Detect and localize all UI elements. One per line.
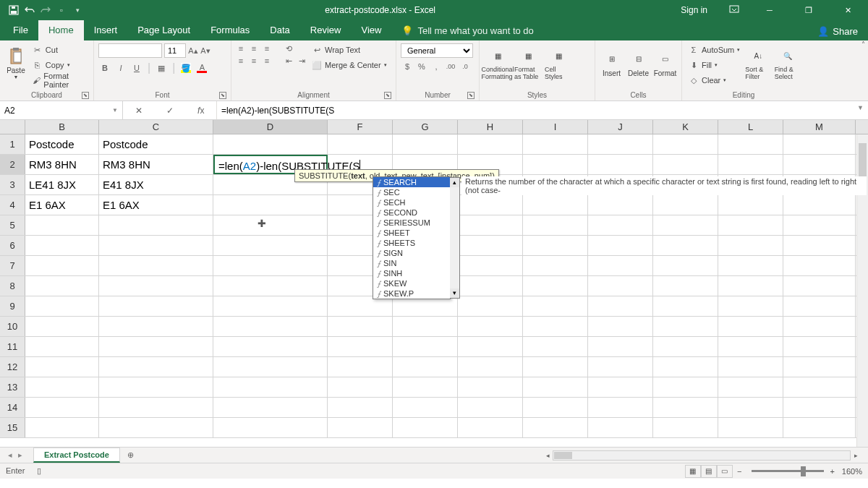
cell-M8[interactable] bbox=[783, 276, 856, 296]
percent-format-icon[interactable]: % bbox=[417, 61, 427, 72]
ribbon-display-options[interactable] bbox=[723, 2, 745, 19]
cell-I12[interactable] bbox=[523, 357, 588, 377]
row-header-12[interactable]: 12 bbox=[0, 357, 25, 377]
tell-me-search[interactable]: 💡 Tell me what you want to do bbox=[391, 21, 543, 40]
cell-G1[interactable] bbox=[393, 134, 458, 154]
cell-I8[interactable] bbox=[523, 276, 588, 296]
cell-C3[interactable]: E41 8JX bbox=[99, 175, 213, 194]
cell-C12[interactable] bbox=[99, 357, 213, 377]
cell-H6[interactable] bbox=[458, 236, 523, 255]
tab-view[interactable]: View bbox=[351, 20, 391, 40]
align-right-icon[interactable]: ≡ bbox=[262, 56, 272, 66]
decrease-font-icon[interactable]: A▾ bbox=[200, 46, 210, 56]
bold-button[interactable]: B bbox=[100, 63, 110, 73]
page-layout-view-button[interactable]: ▤ bbox=[701, 465, 717, 478]
cell-C2[interactable]: RM3 8HN bbox=[99, 155, 213, 174]
merge-center-button[interactable]: ⬜Merge & Center ▾ bbox=[310, 59, 389, 72]
cell-C11[interactable] bbox=[99, 337, 213, 356]
tab-review[interactable]: Review bbox=[300, 20, 352, 40]
cell-G15[interactable] bbox=[393, 418, 458, 437]
autocomplete-scrollbar[interactable]: ▴ ▾ bbox=[450, 177, 460, 299]
cell-B13[interactable] bbox=[25, 377, 99, 397]
cell-C10[interactable] bbox=[99, 317, 213, 336]
cell-D1[interactable] bbox=[213, 134, 328, 154]
sheet-nav-first[interactable]: ◂ bbox=[6, 450, 14, 460]
column-header-H[interactable]: H bbox=[458, 120, 523, 134]
autocomplete-item-skew[interactable]: ⨍SKEW bbox=[373, 278, 450, 288]
cell-M9[interactable] bbox=[783, 296, 856, 316]
tab-home[interactable]: Home bbox=[38, 20, 84, 40]
format-painter-button[interactable]: 🖌Format Painter bbox=[30, 74, 89, 87]
tab-file[interactable]: File bbox=[3, 20, 38, 40]
cancel-formula-button[interactable]: ✕ bbox=[131, 103, 147, 118]
row-header-6[interactable]: 6 bbox=[0, 236, 25, 255]
cell-D12[interactable] bbox=[213, 357, 328, 377]
cell-H13[interactable] bbox=[458, 377, 523, 397]
cell-G12[interactable] bbox=[393, 357, 458, 377]
restore-button[interactable]: ❐ bbox=[794, 0, 823, 20]
number-format-selector[interactable]: General bbox=[401, 43, 473, 58]
cell-C8[interactable] bbox=[99, 276, 213, 296]
row-header-8[interactable]: 8 bbox=[0, 276, 25, 296]
cell-F10[interactable] bbox=[328, 317, 393, 336]
cell-B15[interactable] bbox=[25, 418, 99, 437]
cell-D11[interactable] bbox=[213, 337, 328, 356]
align-left-icon[interactable]: ≡ bbox=[236, 56, 246, 66]
tab-data[interactable]: Data bbox=[260, 20, 299, 40]
cell-I9[interactable] bbox=[523, 296, 588, 316]
cell-M10[interactable] bbox=[783, 317, 856, 336]
cell-J4[interactable] bbox=[588, 195, 653, 215]
row-header-11[interactable]: 11 bbox=[0, 337, 25, 356]
row-header-5[interactable]: 5 bbox=[0, 215, 25, 235]
zoom-out-button[interactable]: − bbox=[737, 467, 741, 476]
touch-mode-button[interactable]: ▫ bbox=[54, 0, 69, 20]
cell-D6[interactable] bbox=[213, 236, 328, 255]
cell-J1[interactable] bbox=[588, 134, 653, 154]
cell-I4[interactable] bbox=[523, 195, 588, 215]
cell-D14[interactable] bbox=[213, 398, 328, 417]
align-bottom-icon[interactable]: ≡ bbox=[262, 43, 272, 53]
cell-styles-button[interactable]: ▦Cell Styles bbox=[545, 42, 572, 85]
cell-B12[interactable] bbox=[25, 357, 99, 377]
cell-J6[interactable] bbox=[588, 236, 653, 255]
chevron-down-icon[interactable]: ▼ bbox=[112, 107, 118, 114]
enter-formula-button[interactable]: ✓ bbox=[162, 103, 178, 118]
cell-G14[interactable] bbox=[393, 398, 458, 417]
comma-format-icon[interactable]: , bbox=[431, 61, 441, 72]
conditional-formatting-button[interactable]: ▦Conditional Formatting bbox=[484, 42, 511, 85]
cell-B2[interactable]: RM3 8HN bbox=[25, 155, 99, 174]
cell-L15[interactable] bbox=[718, 418, 783, 437]
underline-button[interactable]: U bbox=[132, 63, 142, 73]
zoom-in-button[interactable]: + bbox=[830, 467, 834, 476]
alignment-launcher[interactable]: ⬊ bbox=[384, 92, 391, 99]
cell-J11[interactable] bbox=[588, 337, 653, 356]
autocomplete-item-sheets[interactable]: ⨍SHEETS bbox=[373, 238, 450, 248]
cell-D4[interactable] bbox=[213, 195, 328, 215]
row-header-1[interactable]: 1 bbox=[0, 134, 25, 154]
autocomplete-item-sign[interactable]: ⨍SIGN bbox=[373, 248, 450, 258]
cell-K4[interactable] bbox=[653, 195, 718, 215]
cell-D10[interactable] bbox=[213, 317, 328, 336]
cell-K8[interactable] bbox=[653, 276, 718, 296]
cell-K12[interactable] bbox=[653, 357, 718, 377]
cell-I14[interactable] bbox=[523, 398, 588, 417]
increase-indent-icon[interactable]: ⇥ bbox=[297, 56, 307, 66]
cell-H9[interactable] bbox=[458, 296, 523, 316]
cell-M2[interactable] bbox=[783, 155, 856, 174]
tab-insert[interactable]: Insert bbox=[84, 20, 128, 40]
delete-cells-button[interactable]: ⊟Delete bbox=[626, 42, 650, 85]
column-header-F[interactable]: F bbox=[328, 120, 393, 134]
cut-button[interactable]: ✂Cut bbox=[30, 43, 89, 56]
cell-H4[interactable] bbox=[458, 195, 523, 215]
cell-F12[interactable] bbox=[328, 357, 393, 377]
scroll-up-arrow[interactable]: ▴ bbox=[450, 178, 459, 187]
cell-H11[interactable] bbox=[458, 337, 523, 356]
cell-B14[interactable] bbox=[25, 398, 99, 417]
copy-button[interactable]: ⎘Copy ▾ bbox=[30, 59, 89, 72]
border-button[interactable]: ▦ bbox=[156, 63, 166, 73]
cell-H7[interactable] bbox=[458, 256, 523, 275]
cell-M15[interactable] bbox=[783, 418, 856, 437]
cell-B5[interactable] bbox=[25, 215, 99, 235]
cell-L7[interactable] bbox=[718, 256, 783, 275]
clear-button[interactable]: ◇Clear ▾ bbox=[686, 74, 742, 87]
